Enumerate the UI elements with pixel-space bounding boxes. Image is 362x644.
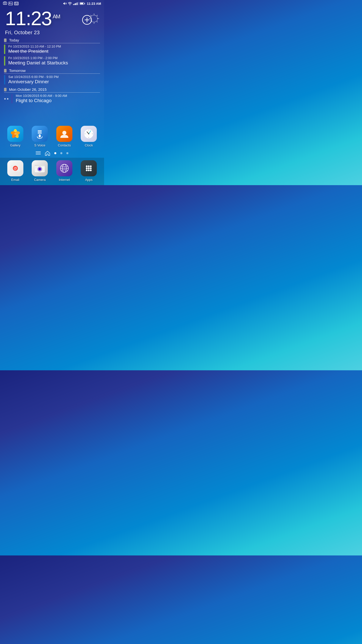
calendar-event-2[interactable]: Fri 10/23/2015 1:00 PM - 2:00 PM Meeting…	[4, 55, 100, 66]
camera-icon-svg	[34, 164, 45, 173]
weather-widget[interactable]	[81, 11, 99, 29]
more-dots: ••	[4, 93, 11, 102]
event4-title: Flight to Chicago	[16, 98, 100, 103]
clock-hours: 11	[5, 7, 26, 29]
status-right-icons: 11:23 AM	[63, 2, 101, 6]
email-icon-svg: @	[10, 164, 20, 173]
event2-bar	[4, 56, 5, 66]
event3-bar	[4, 75, 5, 85]
email-icon-img: @	[7, 160, 23, 176]
dock-email[interactable]: @ Email	[5, 160, 25, 182]
event1-bar	[4, 45, 5, 54]
svg-point-53	[35, 167, 36, 168]
calendar-section-tomorrow: Tomorrow	[4, 67, 100, 74]
home-screen: 11:23 AM 11:23AM	[0, 0, 104, 185]
svg-point-36	[62, 131, 66, 135]
tomorrow-label: Tomorrow	[9, 68, 26, 73]
gallery-icon-svg	[10, 129, 21, 139]
svg-point-60	[86, 168, 88, 169]
svoice-label: S Voice	[34, 143, 45, 147]
apps-icon-svg	[84, 163, 94, 173]
calendar-event-4: Mon 10/26/2015 6:00 AM - 9:00 AM Flight …	[11, 93, 100, 104]
event3-content: Sat 10/24/2015 6:00 PM - 9:00 PM Anniver…	[8, 75, 100, 85]
event4-time: Mon 10/26/2015 6:00 AM - 9:00 AM	[16, 94, 100, 98]
today-label: Today	[9, 38, 19, 42]
event3-time: Sat 10/24/2015 6:00 PM - 9:00 PM	[8, 75, 100, 79]
internet-icon-img	[56, 160, 72, 176]
dock-apps[interactable]: Apps	[79, 160, 99, 182]
svg-point-44	[88, 133, 89, 134]
event4-content: Mon 10/26/2015 6:00 AM - 9:00 AM Flight …	[16, 94, 100, 103]
time-display: 11:23AM	[5, 9, 60, 28]
calendar-event-1[interactable]: Fri 10/23/2015 11:10 AM - 12:10 PM Meet …	[4, 44, 100, 55]
dock: @ Email	[0, 158, 104, 185]
svg-point-57	[86, 166, 88, 167]
nav-home-icon[interactable]	[45, 151, 50, 156]
contacts-icon-svg	[59, 129, 69, 139]
nav-dot-2[interactable]	[60, 152, 62, 154]
nav-dot-1[interactable]	[54, 152, 56, 154]
apps-label: Apps	[85, 178, 93, 182]
today-dot	[4, 38, 7, 42]
gallery-icon-img	[7, 126, 23, 142]
svg-point-12	[70, 5, 70, 5]
svg-rect-3	[9, 2, 13, 5]
internet-icon-svg	[59, 163, 69, 173]
svg-line-23	[97, 15, 98, 16]
event1-time: Fri 10/23/2015 11:10 AM - 12:10 PM	[8, 45, 100, 48]
app-svoice[interactable]: S Voice	[30, 126, 50, 147]
svg-point-30	[14, 133, 16, 135]
svg-point-63	[86, 170, 88, 171]
camera-label: Camera	[34, 178, 46, 182]
signal-icon	[73, 2, 78, 5]
calendar-section-mon: Mon October 26, 2015	[4, 86, 100, 93]
status-left-icons	[3, 2, 19, 6]
svg-point-64	[88, 170, 90, 171]
app-clock[interactable]: Clock	[79, 126, 99, 147]
nav-bar	[0, 149, 104, 158]
calendar-widget[interactable]: Today Fri 10/23/2015 11:10 AM - 12:10 PM…	[0, 37, 104, 123]
contacts-label: Contacts	[58, 143, 71, 147]
svg-point-52	[39, 168, 41, 170]
status-bar: 11:23 AM	[0, 0, 104, 7]
app-gallery[interactable]: Gallery	[5, 126, 25, 147]
internet-label: Internet	[59, 178, 70, 182]
clock-colon: :	[26, 7, 31, 29]
tomorrow-dot	[4, 69, 7, 72]
clock-label: Clock	[85, 143, 93, 147]
mon-dot	[4, 88, 7, 91]
svoice-icon-svg	[35, 129, 45, 139]
nav-dot-3[interactable]	[66, 152, 68, 154]
notification-icon	[14, 2, 19, 5]
nav-menu-icon[interactable]	[36, 151, 41, 155]
svg-point-1	[5, 3, 6, 4]
app-grid: Gallery S Voice	[0, 123, 104, 149]
svg-rect-32	[38, 132, 42, 132]
svg-rect-33	[38, 133, 42, 134]
apps-icon-img	[81, 160, 97, 176]
event3-title: Anniversary Dinner	[8, 79, 100, 85]
svg-point-59	[90, 166, 92, 167]
event4-row[interactable]: •• Mon 10/26/2015 6:00 AM - 9:00 AM Flig…	[4, 93, 100, 105]
clock-ampm: AM	[53, 13, 60, 20]
svg-point-58	[88, 166, 90, 167]
mute-icon	[63, 2, 67, 5]
event2-time: Fri 10/23/2015 1:00 PM - 2:00 PM	[8, 56, 100, 60]
dock-internet[interactable]: Internet	[54, 160, 74, 182]
date-display: Fri, October 23	[0, 29, 104, 37]
event4-bar	[11, 94, 13, 103]
clock-section: 11:23AM	[0, 7, 104, 29]
app-contacts[interactable]: Contacts	[54, 126, 74, 147]
email-label: Email	[11, 178, 19, 182]
calendar-event-3[interactable]: Sat 10/24/2015 6:00 PM - 9:00 PM Anniver…	[4, 74, 100, 85]
svg-point-65	[90, 170, 92, 171]
svg-rect-34	[39, 134, 41, 137]
svg-rect-6	[15, 3, 16, 4]
clock-minutes: 23	[31, 7, 52, 29]
svg-line-22	[97, 21, 98, 22]
dock-camera[interactable]: Camera	[30, 160, 50, 182]
svg-rect-49	[35, 165, 45, 166]
svg-rect-2	[3, 2, 4, 3]
battery-icon	[80, 2, 85, 5]
screenshot-icon	[3, 2, 7, 6]
